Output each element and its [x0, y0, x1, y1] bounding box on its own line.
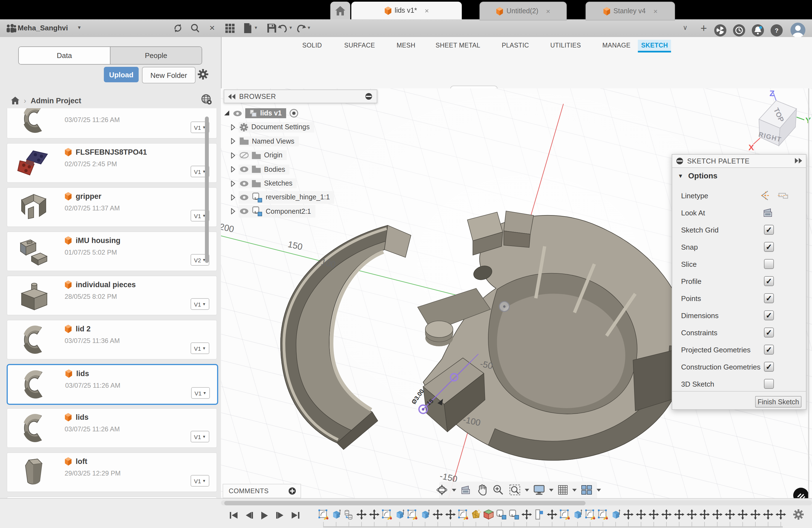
close-search-icon[interactable]: ×: [205, 21, 219, 35]
zoomin-nav-icon[interactable]: [493, 484, 504, 495]
pan-nav-icon[interactable]: [477, 484, 487, 495]
3d-sketch-checkbox[interactable]: [764, 379, 774, 389]
home-button[interactable]: [330, 2, 350, 19]
fitzoom-nav-icon[interactable]: [509, 484, 520, 495]
projected-geometries-checkbox[interactable]: ✓: [764, 344, 774, 355]
expand-arrow-icon[interactable]: [231, 166, 235, 172]
new-tab-plus-icon[interactable]: +: [697, 21, 710, 35]
timeline-skipstart-button[interactable]: [228, 510, 240, 521]
ribbon-tab-mesh[interactable]: MESH: [393, 40, 419, 51]
expand-arrow-icon[interactable]: [231, 124, 235, 130]
extensions-icon[interactable]: [714, 24, 726, 36]
file-chevron-down-icon[interactable]: ▾: [255, 25, 257, 30]
lookat-nav-icon[interactable]: [461, 485, 472, 495]
tab-people[interactable]: People: [110, 47, 202, 64]
team-name[interactable]: Meha_Sanghvi: [18, 24, 68, 32]
file-card-lids[interactable]: lids 03/07/25 11:26 AM V1 ▼: [6, 408, 217, 448]
sync-icon[interactable]: [171, 21, 185, 35]
browser-display-toggle-icon[interactable]: [365, 93, 372, 100]
timeline-feature-sketch[interactable]: [584, 508, 595, 520]
expand-arrow-icon[interactable]: [231, 138, 235, 144]
file-card-individual-pieces[interactable]: individual pieces 28/05/25 8:02 PM V1 ▼: [6, 276, 217, 316]
expanded-arrow-icon[interactable]: [224, 111, 230, 116]
construction-linetype-icon[interactable]: [760, 191, 771, 201]
visibility-eye-off-icon[interactable]: [240, 152, 249, 159]
file-card-flsfebnjs8tpo41[interactable]: FLSFEBNJS8TPO41 02/07/25 2:45 PM V1 ▼: [6, 143, 217, 183]
timeline-feature-move[interactable]: [750, 508, 760, 520]
sketch-palette-header[interactable]: SKETCH PALETTE: [672, 155, 806, 168]
panel-settings-gear-icon[interactable]: [198, 69, 208, 79]
add-comment-icon[interactable]: [288, 487, 296, 495]
nav-chevron-down-icon[interactable]: [525, 488, 529, 492]
timeline-feature-move[interactable]: [775, 508, 786, 520]
timeline-feature-move[interactable]: [368, 508, 379, 520]
file-icon[interactable]: [241, 21, 254, 35]
redo-chevron-down-icon[interactable]: ▾: [308, 25, 310, 30]
expand-arrow-icon[interactable]: [231, 180, 235, 186]
timeline-feature-extrude[interactable]: [419, 508, 430, 520]
file-card-gripper[interactable]: gripper 02/07/25 11:37 AM V1 ▼: [6, 187, 217, 227]
expand-arrow-icon[interactable]: [231, 194, 235, 201]
timeline-feature-sketch[interactable]: [458, 508, 468, 520]
apps-grid-icon[interactable]: [223, 21, 236, 35]
timeline-scroll-thumb[interactable]: [224, 501, 585, 505]
timeline-feature-move[interactable]: [521, 508, 532, 520]
points-checkbox[interactable]: ✓: [764, 293, 774, 303]
visibility-eye-icon[interactable]: [240, 194, 249, 201]
team-chevron-down-icon[interactable]: ▾: [78, 24, 81, 30]
timeline-feature-component[interactable]: [495, 508, 507, 520]
timeline-feature-move[interactable]: [762, 508, 773, 520]
timeline-feature-move[interactable]: [623, 508, 634, 520]
shared-globe-icon[interactable]: [201, 94, 212, 105]
breadcrumb-home-icon[interactable]: [11, 97, 19, 104]
browser-node-document-settings[interactable]: Document Settings: [231, 121, 314, 133]
version-dropdown[interactable]: V1 ▼: [191, 387, 210, 399]
timeline-feature-move[interactable]: [356, 508, 367, 520]
quad-nav-icon[interactable]: [581, 485, 592, 495]
timeline-feature-move[interactable]: [445, 508, 456, 520]
ribbon-tab-manage[interactable]: MANAGE: [599, 40, 634, 51]
snap-checkbox[interactable]: ✓: [764, 242, 774, 252]
finish-sketch-button[interactable]: Finish Sketch: [755, 396, 801, 408]
timeline-feature-extrude[interactable]: [330, 508, 342, 520]
browser-node-component2-1[interactable]: Component2:1: [231, 205, 315, 218]
ribbon-tab-sheet-metal[interactable]: SHEET METAL: [432, 40, 483, 51]
timeline-feature-move[interactable]: [711, 508, 723, 520]
redo-icon[interactable]: [294, 21, 308, 35]
browser-node-origin[interactable]: Origin: [231, 149, 287, 161]
browser-node-reversible-hinge-1-1[interactable]: reversible_hinge_1:1: [231, 191, 334, 204]
document-tab[interactable]: Stanley v4×: [585, 2, 675, 20]
timeline-feature-sketch[interactable]: [597, 508, 608, 520]
timeline-feature-move[interactable]: [673, 508, 684, 520]
file-card-lids[interactable]: lids 03/07/25 11:26 AM V1 ▼: [6, 364, 218, 405]
timeline-settings-gear-icon[interactable]: [793, 509, 804, 520]
browser-panel-header[interactable]: BROWSER: [224, 89, 377, 103]
timeline-feature-colorbox[interactable]: [483, 508, 494, 520]
document-tab[interactable]: lids v1*×: [351, 2, 462, 19]
timeline-feature-move[interactable]: [648, 508, 659, 520]
tab-data[interactable]: Data: [19, 47, 110, 64]
ribbon-tab-surface[interactable]: SURFACE: [341, 40, 378, 51]
slice-checkbox[interactable]: [764, 259, 774, 269]
gridicon-nav-icon[interactable]: [558, 485, 568, 495]
centerline-linetype-icon[interactable]: [777, 191, 788, 201]
search-icon[interactable]: [188, 21, 202, 35]
file-card-loft[interactable]: loft 29/03/25 12:29 PM V1 ▼: [6, 452, 217, 492]
timeline-feature-move[interactable]: [724, 508, 735, 520]
tab-close-icon[interactable]: ×: [653, 7, 657, 15]
timeline-skipend-button[interactable]: [289, 510, 302, 521]
notifications-bell-icon[interactable]: [752, 24, 764, 36]
avatar[interactable]: [791, 23, 806, 38]
timeline-stepfwd-button[interactable]: [274, 510, 286, 521]
expand-arrow-icon[interactable]: [231, 208, 235, 215]
help-icon[interactable]: ?: [771, 24, 783, 36]
expand-palette-icon[interactable]: [795, 158, 802, 163]
comments-bar[interactable]: COMMENTS: [222, 484, 301, 498]
root-node-pill[interactable]: lids v1: [245, 108, 286, 118]
team-icon[interactable]: [4, 21, 18, 35]
browser-node-bodies[interactable]: Bodies: [231, 163, 289, 175]
job-status-icon[interactable]: [733, 24, 745, 36]
timeline-feature-extrude[interactable]: [394, 508, 405, 520]
timeline-feature-flag[interactable]: [534, 508, 545, 520]
version-dropdown[interactable]: V1 ▼: [191, 342, 209, 354]
